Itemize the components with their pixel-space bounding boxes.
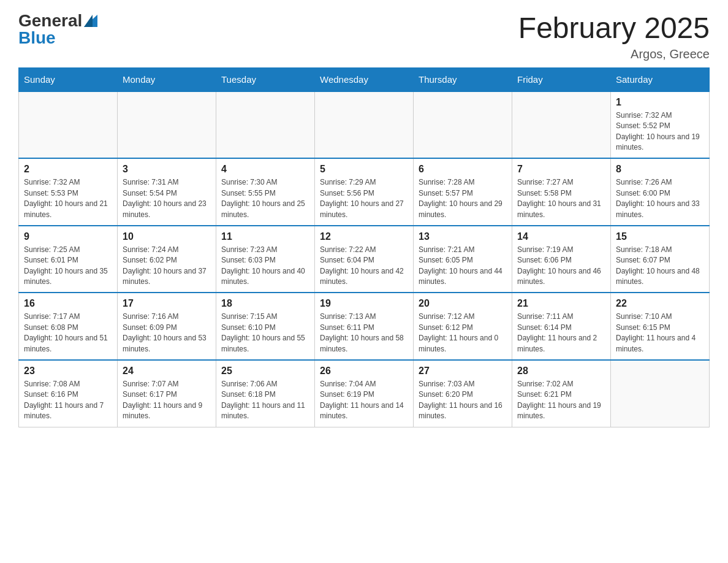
day-info: Sunrise: 7:16 AMSunset: 6:09 PMDaylight:… (123, 312, 211, 354)
day-number: 24 (123, 366, 211, 377)
day-info: Sunrise: 7:02 AMSunset: 6:21 PMDaylight:… (517, 379, 605, 422)
day-number: 20 (419, 298, 507, 309)
calendar-cell: 22Sunrise: 7:10 AMSunset: 6:15 PMDayligh… (611, 293, 710, 360)
day-number: 10 (123, 231, 211, 242)
calendar-cell: 19Sunrise: 7:13 AMSunset: 6:11 PMDayligh… (315, 293, 414, 360)
day-number: 7 (517, 164, 605, 175)
calendar-cell: 24Sunrise: 7:07 AMSunset: 6:17 PMDayligh… (118, 360, 216, 427)
calendar-cell: 9Sunrise: 7:25 AMSunset: 6:01 PMDaylight… (19, 226, 118, 293)
day-info: Sunrise: 7:03 AMSunset: 6:20 PMDaylight:… (419, 379, 507, 422)
calendar-cell (315, 91, 414, 159)
weekday-header-tuesday: Tuesday (216, 67, 315, 91)
calendar-table: SundayMondayTuesdayWednesdayThursdayFrid… (18, 67, 710, 427)
calendar-cell: 3Sunrise: 7:31 AMSunset: 5:54 PMDaylight… (118, 158, 216, 226)
day-number: 15 (616, 231, 704, 242)
calendar-cell: 27Sunrise: 7:03 AMSunset: 6:20 PMDayligh… (414, 360, 512, 427)
svg-marker-1 (84, 15, 93, 27)
calendar-cell: 5Sunrise: 7:29 AMSunset: 5:56 PMDaylight… (315, 158, 414, 226)
day-info: Sunrise: 7:30 AMSunset: 5:55 PMDaylight:… (221, 177, 309, 220)
day-info: Sunrise: 7:32 AMSunset: 5:53 PMDaylight:… (24, 177, 112, 220)
calendar-cell (611, 360, 710, 427)
weekday-header-sunday: Sunday (19, 67, 118, 91)
location: Argos, Greece (518, 47, 710, 61)
weekday-header-thursday: Thursday (414, 67, 512, 91)
day-info: Sunrise: 7:23 AMSunset: 6:03 PMDaylight:… (221, 245, 309, 288)
calendar-cell (414, 91, 512, 159)
day-info: Sunrise: 7:28 AMSunset: 5:57 PMDaylight:… (419, 177, 507, 220)
day-number: 21 (517, 298, 605, 309)
day-info: Sunrise: 7:07 AMSunset: 6:17 PMDaylight:… (123, 379, 211, 422)
calendar-cell: 25Sunrise: 7:06 AMSunset: 6:18 PMDayligh… (216, 360, 315, 427)
calendar-cell: 17Sunrise: 7:16 AMSunset: 6:09 PMDayligh… (118, 293, 216, 360)
weekday-header-friday: Friday (512, 67, 611, 91)
day-number: 22 (616, 298, 704, 309)
logo: General Blue (18, 12, 97, 47)
day-info: Sunrise: 7:26 AMSunset: 6:00 PMDaylight:… (616, 177, 704, 220)
calendar-cell: 11Sunrise: 7:23 AMSunset: 6:03 PMDayligh… (216, 226, 315, 293)
calendar-cell (216, 91, 315, 159)
day-info: Sunrise: 7:27 AMSunset: 5:58 PMDaylight:… (517, 177, 605, 220)
day-info: Sunrise: 7:25 AMSunset: 6:01 PMDaylight:… (24, 245, 112, 288)
day-info: Sunrise: 7:32 AMSunset: 5:52 PMDaylight:… (616, 110, 704, 153)
calendar-cell: 1Sunrise: 7:32 AMSunset: 5:52 PMDaylight… (611, 91, 710, 159)
day-number: 3 (123, 164, 211, 175)
day-number: 8 (616, 164, 704, 175)
day-number: 25 (221, 366, 309, 377)
day-number: 19 (320, 298, 408, 309)
calendar-cell: 16Sunrise: 7:17 AMSunset: 6:08 PMDayligh… (19, 293, 118, 360)
calendar-week-row: 1Sunrise: 7:32 AMSunset: 5:52 PMDaylight… (19, 91, 710, 159)
calendar-cell: 28Sunrise: 7:02 AMSunset: 6:21 PMDayligh… (512, 360, 611, 427)
page-header: General Blue February 2025 Argos, Greece (18, 12, 710, 61)
day-info: Sunrise: 7:12 AMSunset: 6:12 PMDaylight:… (419, 312, 507, 354)
day-number: 1 (616, 97, 704, 108)
day-number: 28 (517, 366, 605, 377)
day-info: Sunrise: 7:22 AMSunset: 6:04 PMDaylight:… (320, 245, 408, 288)
day-number: 14 (517, 231, 605, 242)
day-info: Sunrise: 7:17 AMSunset: 6:08 PMDaylight:… (24, 312, 112, 354)
calendar-cell: 4Sunrise: 7:30 AMSunset: 5:55 PMDaylight… (216, 158, 315, 226)
day-number: 18 (221, 298, 309, 309)
calendar-cell: 13Sunrise: 7:21 AMSunset: 6:05 PMDayligh… (414, 226, 512, 293)
day-number: 16 (24, 298, 112, 309)
day-info: Sunrise: 7:06 AMSunset: 6:18 PMDaylight:… (221, 379, 309, 422)
calendar-cell: 8Sunrise: 7:26 AMSunset: 6:00 PMDaylight… (611, 158, 710, 226)
calendar-cell: 6Sunrise: 7:28 AMSunset: 5:57 PMDaylight… (414, 158, 512, 226)
day-number: 27 (419, 366, 507, 377)
day-number: 4 (221, 164, 309, 175)
calendar-cell: 23Sunrise: 7:08 AMSunset: 6:16 PMDayligh… (19, 360, 118, 427)
day-number: 26 (320, 366, 408, 377)
calendar-cell: 10Sunrise: 7:24 AMSunset: 6:02 PMDayligh… (118, 226, 216, 293)
calendar-cell: 21Sunrise: 7:11 AMSunset: 6:14 PMDayligh… (512, 293, 611, 360)
logo-general-text: General (18, 12, 82, 29)
day-info: Sunrise: 7:04 AMSunset: 6:19 PMDaylight:… (320, 379, 408, 422)
calendar-header-row: SundayMondayTuesdayWednesdayThursdayFrid… (19, 67, 710, 91)
day-number: 2 (24, 164, 112, 175)
weekday-header-monday: Monday (118, 67, 216, 91)
calendar-cell: 12Sunrise: 7:22 AMSunset: 6:04 PMDayligh… (315, 226, 414, 293)
calendar-week-row: 16Sunrise: 7:17 AMSunset: 6:08 PMDayligh… (19, 293, 710, 360)
day-number: 17 (123, 298, 211, 309)
calendar-cell: 18Sunrise: 7:15 AMSunset: 6:10 PMDayligh… (216, 293, 315, 360)
calendar-cell (118, 91, 216, 159)
day-info: Sunrise: 7:10 AMSunset: 6:15 PMDaylight:… (616, 312, 704, 354)
calendar-cell (512, 91, 611, 159)
day-number: 11 (221, 231, 309, 242)
calendar-week-row: 23Sunrise: 7:08 AMSunset: 6:16 PMDayligh… (19, 360, 710, 427)
day-info: Sunrise: 7:31 AMSunset: 5:54 PMDaylight:… (123, 177, 211, 220)
day-info: Sunrise: 7:24 AMSunset: 6:02 PMDaylight:… (123, 245, 211, 288)
day-info: Sunrise: 7:21 AMSunset: 6:05 PMDaylight:… (419, 245, 507, 288)
month-title: February 2025 (518, 12, 710, 45)
weekday-header-saturday: Saturday (611, 67, 710, 91)
calendar-cell: 14Sunrise: 7:19 AMSunset: 6:06 PMDayligh… (512, 226, 611, 293)
calendar-week-row: 2Sunrise: 7:32 AMSunset: 5:53 PMDaylight… (19, 158, 710, 226)
day-info: Sunrise: 7:18 AMSunset: 6:07 PMDaylight:… (616, 245, 704, 288)
logo-blue-text: Blue (18, 29, 56, 47)
day-info: Sunrise: 7:11 AMSunset: 6:14 PMDaylight:… (517, 312, 605, 354)
calendar-week-row: 9Sunrise: 7:25 AMSunset: 6:01 PMDaylight… (19, 226, 710, 293)
calendar-cell: 26Sunrise: 7:04 AMSunset: 6:19 PMDayligh… (315, 360, 414, 427)
day-info: Sunrise: 7:08 AMSunset: 6:16 PMDaylight:… (24, 379, 112, 422)
calendar-cell: 7Sunrise: 7:27 AMSunset: 5:58 PMDaylight… (512, 158, 611, 226)
calendar-cell: 20Sunrise: 7:12 AMSunset: 6:12 PMDayligh… (414, 293, 512, 360)
calendar-cell: 15Sunrise: 7:18 AMSunset: 6:07 PMDayligh… (611, 226, 710, 293)
calendar-cell: 2Sunrise: 7:32 AMSunset: 5:53 PMDaylight… (19, 158, 118, 226)
